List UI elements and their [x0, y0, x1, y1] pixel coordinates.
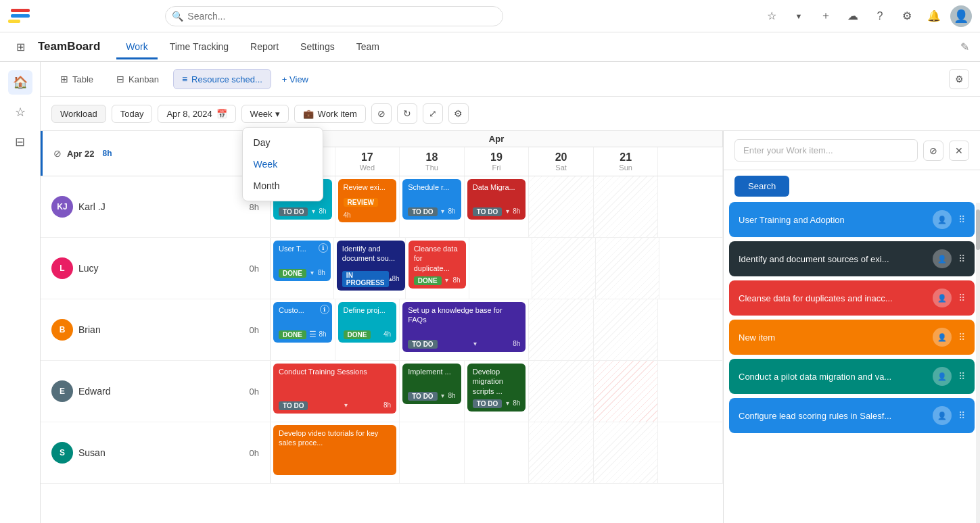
grid-header-left: ⊘ Apr 22 8h ‹	[41, 131, 271, 176]
chevron-down-icon[interactable]: ▾	[506, 207, 509, 215]
tab-resource-schedule[interactable]: ≡ Resource sched...	[173, 69, 271, 89]
right-panel-header: ⊘ ✕	[724, 131, 980, 170]
task-card[interactable]: Identify and document sou... IN PROGRESS…	[337, 241, 405, 291]
chevron-down-icon[interactable]: ▾	[312, 207, 315, 215]
drag-handle-icon[interactable]: ⠿	[958, 332, 965, 343]
task-card[interactable]: Custo... ℹ DONE ☰ 8h	[273, 302, 332, 343]
edward-cell-fri19: Develop migration scripts ... TO DO ▾ 8h	[465, 361, 530, 422]
help-button[interactable]: ?	[869, 5, 891, 27]
edward-cell-sun14-wed17: Conduct Training Sessions TO DO ▾ 8h	[271, 361, 400, 422]
global-search-input[interactable]	[165, 6, 503, 26]
add-button[interactable]: ＋	[815, 5, 837, 27]
nav-item-team[interactable]: Team	[347, 36, 389, 59]
schedule-toolbar: Workload Today Apr 8, 2024 📅 Week ▾ Day …	[41, 97, 980, 131]
search-button[interactable]: Search	[734, 176, 789, 197]
drag-handle-icon[interactable]: ⠿	[958, 214, 965, 225]
edward-cells: Conduct Training Sessions TO DO ▾ 8h	[271, 361, 723, 422]
chevron-down-icon[interactable]: ▾	[506, 399, 509, 407]
top-bar: 🔍 ☆ ▼ ＋ ☁ ? ⚙ 🔔 👤	[0, 0, 980, 32]
susan-cell-extra	[658, 422, 723, 483]
panel-item-avatar: 👤	[933, 328, 952, 347]
panel-item-0[interactable]: User Training and Adoption 👤 ⠿	[729, 202, 975, 237]
notifications-button[interactable]: 🔔	[923, 5, 945, 27]
week-dropdown[interactable]: Week ▾ Day Week Month	[241, 105, 289, 123]
task-card[interactable]: Implement ... TO DO ▾ 8h	[402, 364, 461, 404]
filter-icon[interactable]: ⊘	[371, 103, 392, 124]
panel-item-1[interactable]: Identify and document sources of exi... …	[729, 241, 975, 276]
settings-button[interactable]: ⚙	[896, 5, 918, 27]
main-layout: 🏠 ☆ ⊟ ⊞ Table ⊟ Kanban ≡ Resource sched.…	[0, 62, 980, 523]
nav-item-settings[interactable]: Settings	[291, 36, 344, 59]
tab-kanban[interactable]: ⊟ Kanban	[108, 69, 168, 89]
dropdown-week[interactable]: Week	[243, 153, 323, 175]
workload-button[interactable]: Workload	[51, 105, 106, 123]
date-picker-button[interactable]: Apr 8, 2024 📅	[158, 105, 235, 123]
nav-item-timetracking[interactable]: Time Tracking	[160, 36, 238, 59]
task-card[interactable]: Data Migra... TO DO ▾ 8h	[467, 179, 526, 220]
chevron-down-icon: ▾	[275, 109, 280, 119]
scrollbar-track	[976, 203, 980, 523]
work-item-search-input[interactable]	[734, 139, 918, 161]
chevron-down-icon[interactable]: ▾	[473, 340, 477, 347]
task-card[interactable]: Review exi... REVIEW 4h	[338, 179, 397, 222]
edward-cell-sun21	[594, 361, 659, 422]
add-view-button[interactable]: + View	[277, 70, 314, 89]
nav-item-work[interactable]: Work	[116, 36, 157, 59]
chevron-down-icon[interactable]: ▾	[445, 276, 448, 284]
header-filter-icon[interactable]: ⊘	[53, 148, 62, 159]
chevron-down-icon[interactable]: ▾	[344, 401, 348, 409]
user-avatar[interactable]: 👤	[950, 5, 972, 27]
task-card[interactable]: Cleanse data for duplicate... DONE ▾ 8h	[409, 241, 466, 289]
grid-menu-icon[interactable]: ⊞	[11, 37, 30, 56]
chevron-down-icon[interactable]: ▾	[310, 269, 314, 276]
lucy-cell-fri19	[469, 238, 533, 299]
drag-handle-icon[interactable]: ⠿	[958, 293, 965, 303]
task-card[interactable]: Define proj... DONE 4h	[338, 302, 397, 343]
scrollbar-thumb[interactable]	[976, 209, 980, 250]
settings-sliders-icon[interactable]: ⚙	[448, 103, 469, 124]
chevron-down-button[interactable]: ▼	[788, 5, 810, 27]
panel-item-4[interactable]: Conduct a pilot data migration and va...…	[729, 359, 975, 394]
chevron-down-icon[interactable]: ▾	[441, 392, 444, 399]
close-icon[interactable]: ✕	[949, 141, 969, 161]
edit-nav-icon[interactable]: ✎	[960, 41, 969, 53]
tab-table[interactable]: ⊞ Table	[51, 69, 102, 89]
brian-cell-wed17: Define proj... DONE 4h	[335, 299, 400, 360]
expand-icon[interactable]: ⤢	[423, 103, 443, 124]
sidebar-layers-icon[interactable]: ⊟	[8, 130, 32, 154]
drag-handle-icon[interactable]: ⠿	[958, 410, 965, 421]
logo-line-blue	[11, 14, 30, 18]
sidebar-star-icon[interactable]: ☆	[8, 100, 32, 124]
task-card[interactable]: Conduct Training Sessions TO DO ▾ 8h	[273, 364, 396, 414]
sidebar-home-icon[interactable]: 🏠	[8, 70, 32, 95]
right-panel: ⊘ ✕ Search User Training and Adoption 👤 …	[723, 131, 980, 523]
chevron-down-icon[interactable]: ▾	[441, 207, 444, 215]
settings-gear-icon[interactable]: ⚙	[949, 69, 969, 89]
task-card[interactable]: User T... ℹ DONE ▾ 8h	[273, 241, 331, 281]
table-icon: ⊞	[60, 74, 68, 84]
drag-handle-icon[interactable]: ⠿	[958, 253, 965, 264]
cloud-icon[interactable]: ☁	[842, 5, 864, 27]
refresh-icon[interactable]: ↻	[397, 103, 417, 124]
status-badge: TO DO	[408, 207, 437, 216]
panel-item-2[interactable]: Cleanse data for duplicates and inacc...…	[729, 280, 975, 316]
task-card[interactable]: Develop migration scripts ... TO DO ▾ 8h	[467, 364, 526, 412]
dropdown-month[interactable]: Month	[243, 175, 323, 197]
panel-item-5[interactable]: Configure lead scoring rules in Salesf..…	[729, 398, 975, 433]
task-card[interactable]: Set up a knowledge base for FAQs TO DO ▾…	[402, 302, 526, 352]
work-item-filter[interactable]: 💼 Work item	[294, 105, 366, 123]
panel-item-3[interactable]: New item 👤 ⠿	[729, 320, 975, 355]
task-card[interactable]: Develop video tutorials for key sales pr…	[273, 425, 396, 475]
star-button[interactable]: ☆	[761, 5, 783, 27]
brian-cell-thu18-fri19: Set up a knowledge base for FAQs TO DO ▾…	[400, 299, 529, 360]
panel-items-list: User Training and Adoption 👤 ⠿ Identify …	[724, 197, 980, 523]
today-button[interactable]: Today	[112, 105, 153, 123]
nav-item-report[interactable]: Report	[241, 36, 288, 59]
dropdown-day[interactable]: Day	[243, 132, 323, 153]
task-card[interactable]: Schedule r... TO DO ▾ 8h	[402, 179, 461, 220]
menu-icon: ☰	[309, 330, 317, 339]
filter-icon[interactable]: ⊘	[923, 141, 943, 161]
status-badge: DONE	[414, 276, 442, 285]
kanban-icon: ⊟	[116, 74, 124, 84]
drag-handle-icon[interactable]: ⠿	[958, 371, 965, 382]
